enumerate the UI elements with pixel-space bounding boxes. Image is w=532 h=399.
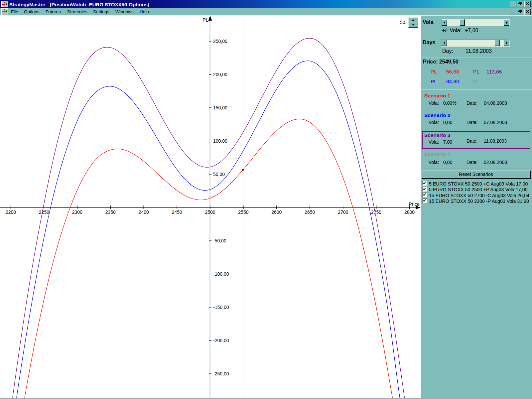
svg-text:-250,00: -250,00 — [213, 371, 229, 376]
svg-text:2350: 2350 — [105, 209, 116, 215]
svg-text:2800: 2800 — [404, 209, 415, 215]
svg-text:200,00: 200,00 — [213, 72, 227, 77]
svg-text:2700: 2700 — [338, 209, 348, 215]
svg-text:100,00: 100,00 — [213, 138, 227, 144]
svg-text:Price: Price — [409, 201, 420, 207]
svg-text:2550: 2550 — [238, 209, 248, 215]
svg-text:2500: 2500 — [205, 209, 215, 215]
svg-text:-150,00: -150,00 — [213, 305, 229, 310]
svg-text:150,00: 150,00 — [213, 105, 227, 110]
svg-text:-100,00: -100,00 — [213, 271, 229, 277]
svg-text:2200: 2200 — [6, 209, 16, 215]
svg-text:2650: 2650 — [305, 209, 315, 215]
svg-text:-200,00: -200,00 — [213, 338, 229, 343]
svg-text:2600: 2600 — [271, 209, 282, 215]
svg-text:2250: 2250 — [39, 209, 49, 215]
svg-text:PL: PL — [202, 17, 208, 23]
svg-text:250,00: 250,00 — [213, 39, 227, 44]
svg-text:-50,00: -50,00 — [213, 238, 226, 243]
svg-text:50,00: 50,00 — [213, 172, 225, 177]
svg-text:2400: 2400 — [139, 209, 149, 215]
svg-text:2300: 2300 — [72, 209, 82, 215]
svg-text:2750: 2750 — [371, 209, 381, 215]
svg-text:2450: 2450 — [172, 209, 182, 215]
